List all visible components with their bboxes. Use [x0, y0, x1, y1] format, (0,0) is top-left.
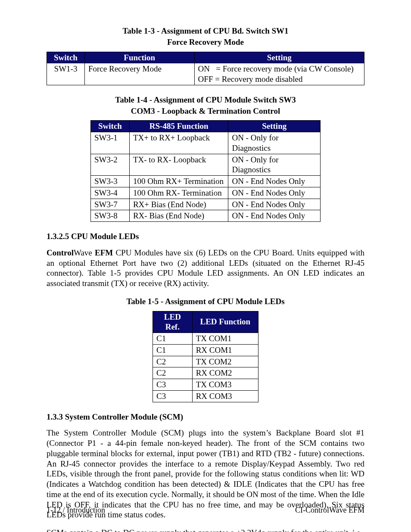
table-row: C1 TX COM1: [153, 333, 258, 345]
footer-left: 1-12 / Introduction: [47, 505, 105, 515]
cell-func: TX+ to RX+ Loopback: [129, 132, 228, 154]
brand-efm: EFM: [95, 248, 113, 257]
cell-setting: ON = Force recovery mode (via CW Console…: [194, 63, 364, 85]
th-rs485: RS-485 Function: [129, 121, 228, 132]
para-scm-2: SCMs contain a DC to DC power supply tha…: [47, 528, 364, 532]
brand-wave: Wave: [74, 248, 95, 257]
cell-func: TX- to RX- Loopback: [129, 154, 228, 176]
th-setting: Setting: [194, 52, 364, 63]
table-1-3-caption: Table 1-3 - Assignment of CPU Bd. Switch…: [47, 26, 364, 36]
table-row: C3 RX COM3: [153, 390, 258, 402]
cell-switch: SW3-7: [91, 199, 130, 210]
cell-func: RX COM2: [192, 367, 258, 379]
para-cpu-leds: ControlWave EFM CPU Modules have six (6)…: [47, 248, 364, 289]
brand-control: Control: [47, 248, 74, 257]
cell-func: RX COM3: [192, 390, 258, 402]
table-row: C1 RX COM1: [153, 344, 258, 356]
heading-1-3-3: 1.3.3 System Controller Module (SCM): [47, 412, 364, 422]
cell-switch: SW1-3: [47, 63, 85, 85]
table-row: SW3-8 RX- Bias (End Node) ON - End Nodes…: [91, 210, 321, 222]
cell-func: 100 Ohm RX- Termination: [129, 187, 228, 199]
cell-setting: ON - Only for Diagnostics: [228, 154, 321, 176]
heading-1-3-2-5: 1.3.2.5 CPU Module LEDs: [47, 231, 364, 242]
table-1-3: Switch Function Setting SW1-3 Force Reco…: [47, 52, 364, 85]
cell-switch: SW3-1: [91, 132, 130, 154]
cell-func: RX- Bias (End Node): [129, 210, 228, 222]
table-row: SW3-2 TX- to RX- Loopback ON - Only for …: [91, 154, 321, 176]
th-setting: Setting: [228, 121, 321, 132]
table-row: SW3-7 RX+ Bias (End Node) ON - End Nodes…: [91, 199, 321, 210]
cell-switch: SW3-3: [91, 176, 130, 187]
table-row: C2 RX COM2: [153, 367, 258, 379]
table-row: SW3-3 100 Ohm RX+ Termination ON - End N…: [91, 176, 321, 187]
table-1-4-caption: Table 1-4 - Assignment of CPU Module Swi…: [47, 95, 364, 105]
cell-setting: ON - End Nodes Only: [228, 187, 321, 199]
th-led-func: LED Function: [192, 311, 258, 333]
table-1-5: LED Ref. LED Function C1 TX COM1 C1 RX C…: [153, 311, 258, 402]
cell-function: Force Recovery Mode: [84, 63, 194, 85]
cell-ref: C2: [153, 367, 193, 379]
table-row: C3 TX COM3: [153, 379, 258, 391]
cell-func: RX+ Bias (End Node): [129, 199, 228, 210]
cell-ref: C3: [153, 390, 193, 402]
table-row: SW1-3 Force Recovery Mode ON = Force rec…: [47, 63, 364, 85]
cell-setting: ON - End Nodes Only: [228, 199, 321, 210]
table-header-row: Switch RS-485 Function Setting: [91, 121, 321, 132]
table-row: SW3-1 TX+ to RX+ Loopback ON - Only for …: [91, 132, 321, 154]
th-function: Function: [84, 52, 194, 63]
th-led-ref: LED Ref.: [153, 311, 193, 333]
setting-off: OFF = Recovery mode disabled: [198, 75, 303, 84]
table-1-3-subcaption: Force Recovery Mode: [47, 37, 364, 47]
cell-func: RX COM1: [192, 344, 258, 356]
table-row: C2 TX COM2: [153, 356, 258, 367]
table-header-row: Switch Function Setting: [47, 52, 364, 63]
cell-switch: SW3-8: [91, 210, 130, 222]
th-switch: Switch: [47, 52, 85, 63]
cell-switch: SW3-2: [91, 154, 130, 176]
cell-ref: C1: [153, 344, 193, 356]
table-header-row: LED Ref. LED Function: [153, 311, 258, 333]
table-1-4-subcaption: COM3 - Loopback & Termination Control: [47, 106, 364, 116]
cell-func: 100 Ohm RX+ Termination: [129, 176, 228, 187]
cell-setting: ON - End Nodes Only: [228, 210, 321, 222]
table-row: SW3-4 100 Ohm RX- Termination ON - End N…: [91, 187, 321, 199]
footer-right: CI-ControlWave EFM: [295, 505, 364, 515]
th-switch: Switch: [91, 121, 130, 132]
cell-func: TX COM3: [192, 379, 258, 391]
setting-on: ON = Force recovery mode (via CW Console…: [198, 64, 354, 73]
cell-ref: C3: [153, 379, 193, 391]
table-1-5-caption: Table 1-5 - Assignment of CPU Module LED…: [47, 296, 364, 307]
cell-func: TX COM2: [192, 356, 258, 367]
cell-switch: SW3-4: [91, 187, 130, 199]
cell-ref: C1: [153, 333, 193, 345]
page-footer: 1-12 / Introduction CI-ControlWave EFM: [47, 505, 364, 515]
cell-setting: ON - End Nodes Only: [228, 176, 321, 187]
cell-func: TX COM1: [192, 333, 258, 345]
table-1-4: Switch RS-485 Function Setting SW3-1 TX+…: [90, 120, 321, 222]
cell-setting: ON - Only for Diagnostics: [228, 132, 321, 154]
cell-ref: C2: [153, 356, 193, 367]
